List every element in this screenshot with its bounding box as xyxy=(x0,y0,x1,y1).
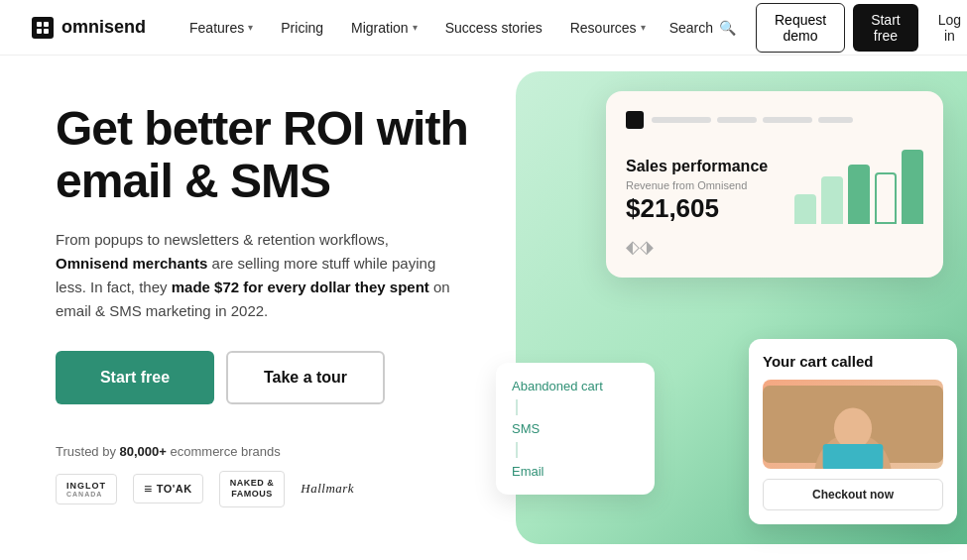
chevron-down-icon: ▾ xyxy=(641,22,646,33)
nav-migration[interactable]: Migration ▾ xyxy=(339,12,429,44)
nav-actions: Search 🔍 Request demo Start free Log in xyxy=(658,3,967,53)
hero-buttons: Start free Take a tour xyxy=(56,351,484,404)
svg-rect-7 xyxy=(823,444,884,469)
header-line-4 xyxy=(818,117,853,123)
dashboard-info: Sales performance Revenue from Omnisend … xyxy=(626,158,779,224)
nav-resources[interactable]: Resources ▾ xyxy=(558,12,658,44)
dashboard-icon-1: ⬖⬗ xyxy=(626,236,654,258)
bar-5 xyxy=(902,150,923,224)
dashboard-header xyxy=(626,111,923,129)
revenue-label: Revenue from Omnisend xyxy=(626,179,779,191)
funnel-card: Abandoned cart SMS Email xyxy=(496,363,655,495)
checkout-now-button[interactable]: Checkout now xyxy=(763,479,943,510)
bar-4 xyxy=(875,172,897,224)
request-demo-button[interactable]: Request demo xyxy=(756,3,845,53)
svg-point-6 xyxy=(834,408,872,450)
navbar: omnisend Features ▾ Pricing Migration ▾ … xyxy=(0,0,967,56)
take-tour-button[interactable]: Take a tour xyxy=(226,351,385,404)
funnel-connector-1 xyxy=(516,399,518,415)
bar-2 xyxy=(821,176,843,224)
hero-right: Sales performance Revenue from Omnisend … xyxy=(516,71,967,544)
svg-rect-3 xyxy=(44,29,49,34)
nav-features[interactable]: Features ▾ xyxy=(178,12,265,44)
header-line-3 xyxy=(763,117,812,123)
cart-popup-card: Your cart called Checkout now xyxy=(749,339,957,524)
hero-section: Get better ROI with email & SMS From pop… xyxy=(0,56,967,560)
hero-description: From popups to newsletters & retention w… xyxy=(56,228,452,323)
trusted-section: Trusted by 80,000+ ecommerce brands INGL… xyxy=(56,444,484,507)
search-icon: 🔍 xyxy=(719,20,736,36)
hero-title: Get better ROI with email & SMS xyxy=(56,103,484,208)
nav-pricing[interactable]: Pricing xyxy=(269,12,335,44)
svg-rect-2 xyxy=(37,29,42,34)
header-line-2 xyxy=(717,117,757,123)
dashboard-content: Sales performance Revenue from Omnisend … xyxy=(626,145,923,224)
dashboard-logo-icon xyxy=(626,111,644,129)
chevron-down-icon: ▾ xyxy=(248,22,253,33)
brand-toaak: ≡ TO'AK xyxy=(133,474,203,504)
start-free-hero-button[interactable]: Start free xyxy=(56,351,214,404)
brand-naked-famous: NAKED &FAMOUS xyxy=(219,471,286,507)
logo-icon xyxy=(32,17,54,39)
cart-popup-image xyxy=(763,380,943,469)
hero-left: Get better ROI with email & SMS From pop… xyxy=(0,56,516,560)
dashboard-header-lines xyxy=(652,117,853,123)
svg-rect-1 xyxy=(44,22,49,27)
brand-inglot: INGLOT CANADA xyxy=(56,474,117,504)
login-button[interactable]: Log in xyxy=(926,4,967,52)
revenue-value: $21,605 xyxy=(626,193,779,224)
logo[interactable]: omnisend xyxy=(32,17,146,39)
trusted-text: Trusted by 80,000+ ecommerce brands xyxy=(56,444,484,459)
dashboard-card: Sales performance Revenue from Omnisend … xyxy=(606,91,943,278)
funnel-label-email: Email xyxy=(512,464,544,479)
logo-text: omnisend xyxy=(61,17,146,38)
start-free-nav-button[interactable]: Start free xyxy=(853,4,918,52)
dashboard-title: Sales performance xyxy=(626,158,779,175)
funnel-label-cart: Abandoned cart xyxy=(512,379,603,393)
bar-1 xyxy=(794,194,816,224)
bar-3 xyxy=(848,165,870,224)
brand-hallmark: Hallmark xyxy=(301,481,354,497)
nav-success-stories[interactable]: Success stories xyxy=(433,12,554,44)
header-line-1 xyxy=(652,117,711,123)
dashboard-icons-row: ⬖⬗ xyxy=(626,236,923,258)
funnel-label-sms: SMS xyxy=(512,421,540,436)
search-button[interactable]: Search 🔍 xyxy=(658,12,748,44)
funnel-item-cart: Abandoned cart SMS Email xyxy=(512,379,639,479)
svg-rect-0 xyxy=(37,22,42,27)
cart-popup-title: Your cart called xyxy=(763,353,943,370)
bar-chart xyxy=(794,145,923,224)
nav-links: Features ▾ Pricing Migration ▾ Success s… xyxy=(178,12,658,44)
brand-logos: INGLOT CANADA ≡ TO'AK NAKED &FAMOUS Hall… xyxy=(56,471,484,507)
funnel-connector-2 xyxy=(516,442,518,458)
chevron-down-icon: ▾ xyxy=(413,22,418,33)
